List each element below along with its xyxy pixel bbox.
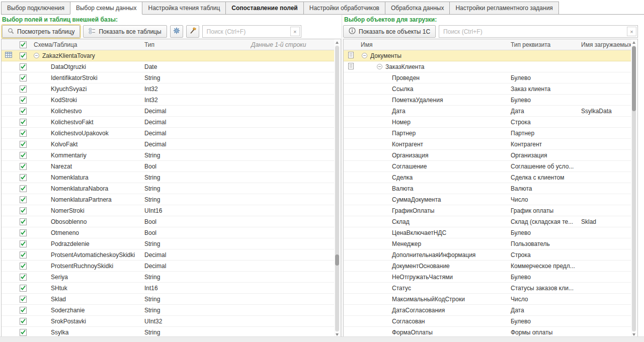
table-row[interactable]: Дата Дата SsylkaData bbox=[344, 106, 631, 117]
scrollbar-thumb[interactable] bbox=[335, 254, 339, 266]
table-row-group-documents[interactable]: Документы bbox=[344, 50, 631, 61]
scroll-up-arrow-icon[interactable] bbox=[336, 41, 339, 44]
row-checkbox[interactable] bbox=[20, 130, 27, 137]
row-checkbox[interactable] bbox=[20, 274, 27, 281]
table-row[interactable]: KolichestvoFakt Decimal bbox=[2, 117, 335, 128]
row-checkbox[interactable] bbox=[20, 307, 27, 314]
table-row[interactable]: МаксимальныйКодСтроки Число bbox=[344, 294, 631, 305]
left-search-clear-icon[interactable]: × bbox=[290, 27, 300, 36]
row-checkbox[interactable] bbox=[20, 174, 27, 181]
table-row[interactable]: ГрафикОплаты График оплаты bbox=[344, 205, 631, 216]
column-header-attr-type[interactable]: Тип реквизита bbox=[508, 39, 578, 50]
row-checkbox[interactable] bbox=[20, 229, 27, 236]
row-checkbox[interactable] bbox=[20, 52, 27, 59]
table-row[interactable]: Контрагент Контрагент bbox=[344, 139, 631, 150]
row-checkbox[interactable] bbox=[20, 251, 27, 259]
table-row[interactable]: Obosoblenno Bool bbox=[2, 216, 335, 227]
scroll-up-arrow-icon[interactable] bbox=[632, 41, 635, 44]
column-header-load-name[interactable]: Имя загружаемых дан... bbox=[578, 39, 631, 50]
table-row[interactable]: Организация Организация bbox=[344, 150, 631, 161]
table-row[interactable]: NomerStroki UInt16 bbox=[2, 205, 335, 216]
table-row[interactable]: Партнер Партнер bbox=[344, 128, 631, 139]
table-row[interactable]: NomenklaturaNabora String bbox=[2, 183, 335, 194]
row-checkbox[interactable] bbox=[20, 329, 27, 336]
row-checkbox[interactable] bbox=[20, 318, 27, 325]
table-row[interactable]: Проведен Булево bbox=[344, 72, 631, 83]
table-row[interactable]: Sklad String bbox=[2, 294, 335, 305]
tab[interactable]: Настройка чтения таблиц bbox=[142, 2, 226, 15]
column-header-first-row-data[interactable]: Данные 1-й строки bbox=[248, 39, 335, 50]
panel-splitter[interactable] bbox=[342, 15, 342, 336]
row-checkbox[interactable] bbox=[20, 74, 27, 81]
table-row[interactable]: Статус Статусы заказов кли... bbox=[344, 283, 631, 294]
table-row[interactable]: Ссылка Заказ клиента bbox=[344, 83, 631, 95]
table-row[interactable]: KodStroki Int32 bbox=[2, 95, 335, 106]
show-all-tables-button[interactable]: Показать все таблицы bbox=[83, 25, 167, 38]
column-header-schema[interactable]: Схема/Таблица bbox=[31, 39, 141, 50]
table-row[interactable]: Менеджер Пользователь bbox=[344, 238, 631, 249]
table-row[interactable]: ЦенаВключаетНДС Булево bbox=[344, 227, 631, 238]
collapse-toggle-icon[interactable] bbox=[34, 53, 39, 58]
table-row[interactable]: Согласован Булево bbox=[344, 316, 631, 327]
tab[interactable]: Настройки обработчиков bbox=[303, 2, 385, 15]
select-all-checkbox[interactable] bbox=[20, 41, 27, 48]
table-row[interactable]: Склад Склад (складская те... Sklad bbox=[344, 216, 631, 227]
table-row[interactable]: Otmeneno Bool bbox=[2, 227, 335, 238]
table-row[interactable]: ДополнительнаяИнформация Строка bbox=[344, 249, 631, 261]
table-row[interactable]: SHtuk Int16 bbox=[2, 283, 335, 294]
table-row[interactable]: DataOtgruzki Date bbox=[2, 61, 335, 72]
table-row[interactable]: СуммаДокумента Число bbox=[344, 194, 631, 205]
table-row[interactable]: Podrazdelenie String bbox=[2, 238, 335, 249]
row-checkbox[interactable] bbox=[20, 218, 27, 225]
row-checkbox[interactable] bbox=[20, 196, 27, 203]
table-row[interactable]: ProtsentAvtomaticheskoySkidki Decimal bbox=[2, 249, 335, 261]
table-row[interactable]: Сделка Сделка с клиентом bbox=[344, 172, 631, 183]
right-search-clear-icon[interactable]: × bbox=[627, 27, 636, 36]
row-checkbox[interactable] bbox=[20, 97, 27, 104]
column-header-type[interactable]: Тип bbox=[141, 39, 248, 50]
table-row[interactable]: ProtsentRuchnoySkidki Decimal bbox=[2, 261, 335, 272]
table-row[interactable]: Соглашение Соглашение об усло... bbox=[344, 161, 631, 172]
table-row[interactable]: Kommentariy String bbox=[2, 150, 335, 161]
show-all-objects-button[interactable]: Показать все объекты 1С bbox=[343, 25, 436, 38]
table-row[interactable]: Номер Строка bbox=[344, 117, 631, 128]
row-checkbox[interactable] bbox=[20, 207, 27, 214]
tab[interactable]: Выбор подключения bbox=[1, 2, 70, 15]
row-checkbox[interactable] bbox=[20, 163, 27, 170]
right-search-input[interactable] bbox=[439, 26, 627, 37]
row-checkbox[interactable] bbox=[20, 263, 27, 270]
view-table-button[interactable]: Посмотреть таблицу bbox=[2, 25, 80, 38]
collapse-toggle-icon[interactable] bbox=[362, 53, 367, 58]
tab[interactable]: Настройки регламентного задания bbox=[449, 2, 558, 15]
row-checkbox[interactable] bbox=[20, 296, 27, 303]
scrollbar-track[interactable] bbox=[335, 46, 339, 331]
table-row[interactable]: Nomenklatura String bbox=[2, 172, 335, 183]
wand-button[interactable] bbox=[186, 25, 199, 38]
collapse-toggle-icon[interactable] bbox=[377, 64, 382, 69]
table-row[interactable]: Kolichestvo Decimal bbox=[2, 106, 335, 117]
left-table-scrollbar[interactable] bbox=[334, 40, 340, 337]
row-checkbox[interactable] bbox=[20, 141, 27, 148]
table-row[interactable]: IdentifikatorStroki String bbox=[2, 72, 335, 83]
scrollbar-thumb[interactable] bbox=[632, 46, 636, 111]
table-row-root[interactable]: ZakazKlientaTovary bbox=[2, 50, 335, 61]
row-checkbox[interactable] bbox=[20, 240, 27, 247]
table-row[interactable]: KolvoFakt Decimal bbox=[2, 139, 335, 150]
table-row[interactable]: ДатаСогласования Дата bbox=[344, 305, 631, 316]
row-checkbox[interactable] bbox=[20, 63, 27, 70]
tab[interactable]: Сопоставление полей bbox=[225, 2, 303, 15]
tab[interactable]: Обработка данных bbox=[385, 2, 450, 15]
row-checkbox[interactable] bbox=[20, 108, 27, 115]
scroll-down-arrow-icon[interactable] bbox=[336, 333, 339, 336]
table-row[interactable]: NomenklaturaPartnera String bbox=[2, 194, 335, 205]
left-search-input[interactable] bbox=[203, 26, 290, 37]
table-row[interactable]: Seriya String bbox=[2, 272, 335, 283]
row-checkbox[interactable] bbox=[20, 285, 27, 292]
settings-button[interactable] bbox=[170, 25, 183, 38]
table-row[interactable]: Narezat Bool bbox=[2, 161, 335, 172]
tab[interactable]: Выбор схемы данных bbox=[70, 2, 143, 15]
row-checkbox[interactable] bbox=[20, 86, 27, 93]
right-table-scrollbar[interactable] bbox=[631, 40, 637, 337]
table-row[interactable]: ПометкаУдаления Булево bbox=[344, 95, 631, 106]
table-row[interactable]: Валюта Валюта bbox=[344, 183, 631, 194]
